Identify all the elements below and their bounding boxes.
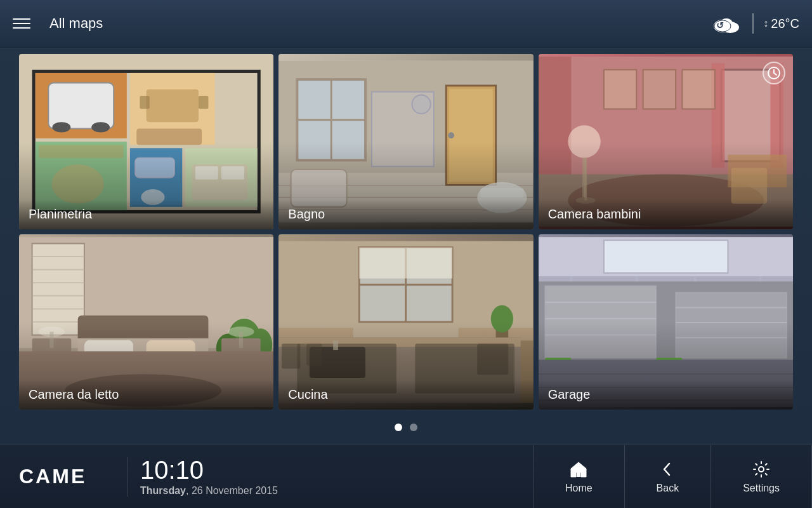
item-label-garage: Garage xyxy=(539,380,793,410)
came-logo: CAME xyxy=(19,465,86,488)
page-title: All maps xyxy=(49,15,710,32)
grid-item-cucina[interactable]: Cucina xyxy=(278,234,533,410)
nav-item-settings[interactable]: Settings xyxy=(711,445,812,509)
header-right: ↺ ↕ 26°C xyxy=(710,13,799,34)
grid-item-garage[interactable]: Garage xyxy=(539,234,793,410)
app-header: All maps ↺ ↕ 26°C xyxy=(0,0,812,48)
back-icon xyxy=(658,460,677,479)
time-display: 10:10 xyxy=(140,457,533,483)
nav-item-home[interactable]: Home xyxy=(534,445,625,509)
footer-navigation: Home Back Settings xyxy=(533,445,812,509)
item-label-planimetria: Planimetria xyxy=(19,199,273,229)
home-icon xyxy=(569,460,588,479)
svg-line-62 xyxy=(774,73,776,75)
item-label-bagno: Bagno xyxy=(278,199,533,229)
temp-arrow-icon: ↕ xyxy=(763,18,768,29)
pagination-dot-2[interactable] xyxy=(410,424,417,431)
time-area: 10:10 Thursday, 26 November 2015 xyxy=(127,457,533,497)
menu-button[interactable] xyxy=(13,18,30,29)
nav-label-back: Back xyxy=(657,483,679,494)
clock-badge xyxy=(763,62,785,84)
pagination xyxy=(19,415,793,440)
svg-point-136 xyxy=(759,467,764,472)
item-label-camera-bambini: Camera bambini xyxy=(539,199,793,229)
cloud-icon: ↺ xyxy=(710,13,743,34)
grid-item-camera-bambini[interactable]: Camera bambini xyxy=(539,54,793,229)
grid-item-bagno[interactable]: Bagno xyxy=(278,54,533,229)
header-divider xyxy=(752,13,754,34)
brand-area: CAME xyxy=(0,465,127,488)
grid-item-camera-da-letto[interactable]: Camera da letto xyxy=(19,234,273,410)
weather-display: ↕ 26°C xyxy=(763,17,799,31)
nav-item-back[interactable]: Back xyxy=(625,445,712,509)
nav-label-settings: Settings xyxy=(743,483,780,494)
clock-icon xyxy=(767,66,781,80)
date-display: Thursday, 26 November 2015 xyxy=(140,485,533,497)
pagination-dot-1[interactable] xyxy=(395,424,402,431)
grid-item-planimetria[interactable]: Planimetria xyxy=(19,54,273,229)
main-content: Planimetria xyxy=(0,48,812,444)
maps-grid: Planimetria xyxy=(19,54,793,410)
app-footer: CAME 10:10 Thursday, 26 November 2015 Ho… xyxy=(0,444,812,508)
date-rest: , 26 November 2015 xyxy=(186,485,278,496)
temperature-value: 26°C xyxy=(771,17,799,31)
svg-rect-135 xyxy=(577,472,580,477)
settings-icon xyxy=(752,460,771,479)
nav-label-home: Home xyxy=(565,483,593,494)
date-day: Thursday xyxy=(140,485,186,496)
item-label-camera-da-letto: Camera da letto xyxy=(19,380,273,410)
item-label-cucina: Cucina xyxy=(278,380,533,410)
